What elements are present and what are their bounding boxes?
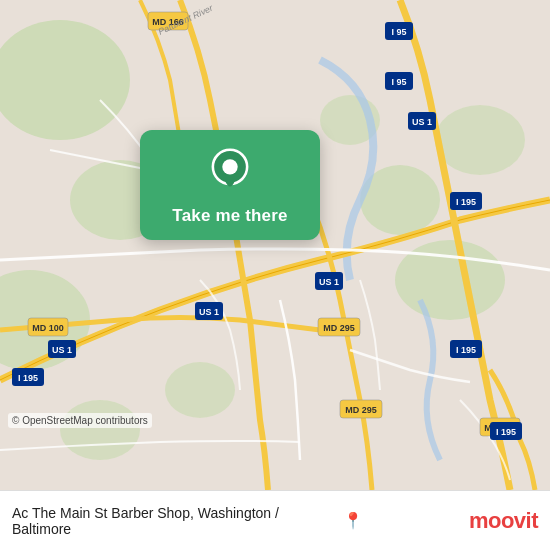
svg-point-7 <box>435 105 525 175</box>
svg-text:I 195: I 195 <box>456 197 476 207</box>
svg-text:I 95: I 95 <box>391 77 406 87</box>
moovit-logo-area: moovit <box>363 508 538 534</box>
bottom-bar: Ac The Main St Barber Shop, Washington /… <box>0 490 550 550</box>
svg-text:US 1: US 1 <box>319 277 339 287</box>
svg-text:MD 100: MD 100 <box>32 323 64 333</box>
pin-emoji: 📍 <box>343 511 363 530</box>
svg-text:MD 295: MD 295 <box>323 323 355 333</box>
location-card: Take me there <box>140 130 320 240</box>
moovit-logo-text: moovit <box>469 508 538 534</box>
svg-point-42 <box>222 159 237 174</box>
osm-attribution: © OpenStreetMap contributors <box>8 413 152 428</box>
take-me-there-button[interactable]: Take me there <box>172 206 287 226</box>
place-info: Ac The Main St Barber Shop, Washington /… <box>12 505 363 537</box>
svg-point-8 <box>165 362 235 418</box>
svg-text:US 1: US 1 <box>52 345 72 355</box>
svg-text:I 195: I 195 <box>456 345 476 355</box>
svg-point-9 <box>60 400 140 460</box>
svg-text:US 1: US 1 <box>412 117 432 127</box>
svg-text:US 1: US 1 <box>199 307 219 317</box>
svg-text:I 195: I 195 <box>496 427 516 437</box>
map-container: I 95 I 95 I 195 US 1 US 1 US 1 US 1 MD 1… <box>0 0 550 490</box>
location-pin-icon <box>206 148 254 196</box>
svg-text:I 95: I 95 <box>391 27 406 37</box>
svg-text:MD 295: MD 295 <box>345 405 377 415</box>
svg-text:I 195: I 195 <box>18 373 38 383</box>
place-name: Ac The Main St Barber Shop, Washington /… <box>12 505 339 537</box>
